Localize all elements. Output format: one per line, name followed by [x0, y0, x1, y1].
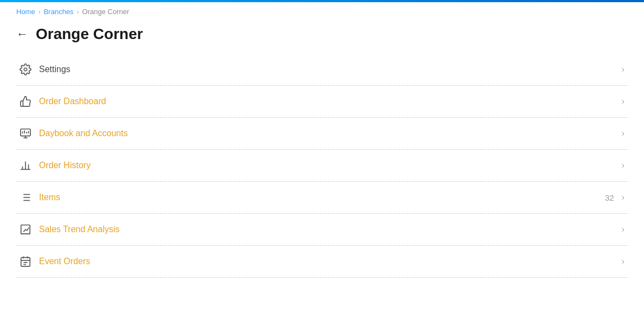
- breadcrumb: Home › Branches › Orange Corner: [0, 2, 644, 19]
- breadcrumb-home[interactable]: Home: [16, 8, 35, 16]
- thumbsup-icon: [20, 95, 39, 107]
- back-button[interactable]: ←: [16, 28, 28, 40]
- menu-item-label-settings: Settings: [39, 65, 622, 74]
- chevron-right-icon-settings: ›: [622, 65, 624, 74]
- eventorders-icon: [20, 255, 39, 267]
- menu-item-event-orders[interactable]: Event Orders›: [16, 246, 628, 278]
- salestrend-icon: [20, 223, 39, 235]
- page-header: ← Orange Corner: [0, 19, 644, 54]
- svg-point-0: [24, 68, 27, 71]
- menu-item-settings[interactable]: Settings›: [16, 54, 628, 86]
- menu-item-label-daybook-accounts: Daybook and Accounts: [39, 129, 622, 138]
- chevron-right-icon-order-history: ›: [622, 161, 624, 170]
- chevron-right-icon-event-orders: ›: [622, 257, 624, 266]
- breadcrumb-current: Orange Corner: [82, 8, 130, 16]
- menu-item-badge-items: 32: [605, 193, 614, 202]
- menu-item-label-order-dashboard: Order Dashboard: [39, 97, 622, 106]
- menu-item-daybook-accounts[interactable]: Daybook and Accounts›: [16, 118, 628, 150]
- list-icon: [20, 191, 39, 203]
- breadcrumb-sep2: ›: [77, 8, 79, 16]
- daybook-icon: [20, 127, 39, 139]
- menu-item-label-event-orders: Event Orders: [39, 257, 622, 266]
- barchart-icon: [20, 159, 39, 171]
- svg-rect-20: [21, 258, 30, 267]
- page-title: Orange Corner: [36, 25, 143, 43]
- breadcrumb-sep1: ›: [38, 8, 41, 16]
- menu-item-order-dashboard[interactable]: Order Dashboard›: [16, 86, 628, 118]
- gear-icon: [20, 63, 39, 75]
- breadcrumb-branches[interactable]: Branches: [44, 8, 74, 16]
- menu-item-order-history[interactable]: Order History›: [16, 150, 628, 182]
- svg-rect-1: [21, 129, 30, 136]
- chevron-right-icon-daybook-accounts: ›: [622, 129, 624, 138]
- menu-item-label-items: Items: [39, 193, 605, 202]
- chevron-right-icon-items: ›: [622, 193, 624, 202]
- chevron-right-icon-order-dashboard: ›: [622, 97, 624, 106]
- menu-list: Settings› Order Dashboard› Daybook and A…: [0, 54, 644, 278]
- menu-item-items[interactable]: Items32›: [16, 182, 628, 214]
- menu-item-sales-trend[interactable]: Sales Trend Analysis›: [16, 214, 628, 246]
- chevron-right-icon-sales-trend: ›: [622, 225, 624, 234]
- menu-item-label-sales-trend: Sales Trend Analysis: [39, 225, 622, 234]
- menu-item-label-order-history: Order History: [39, 161, 622, 170]
